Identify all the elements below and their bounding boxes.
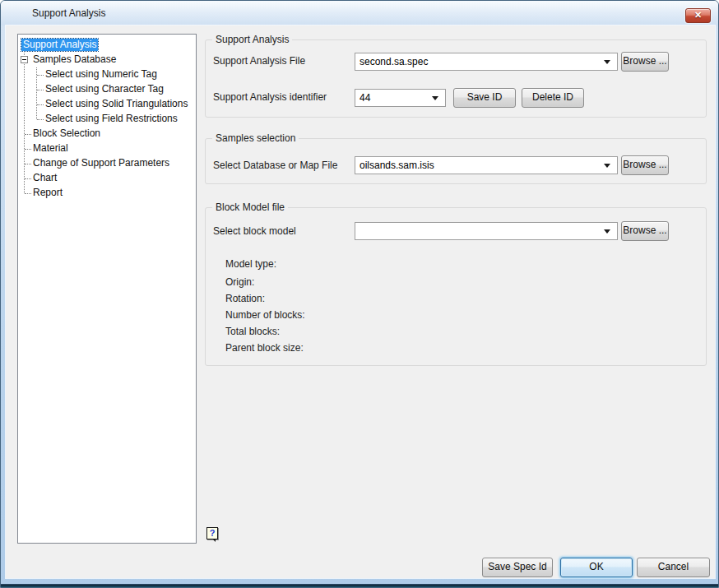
tree[interactable]: Support AnalysisSamples DatabaseSelect u… bbox=[17, 34, 197, 544]
database-value: oilsands.sam.isis bbox=[360, 160, 434, 171]
identifier-combobox[interactable]: 44 bbox=[355, 89, 446, 107]
tree-connector-stub bbox=[25, 178, 31, 179]
minus-expander-icon[interactable] bbox=[21, 56, 28, 63]
dropdown-arrow-icon[interactable] bbox=[604, 60, 610, 64]
identifier-value: 44 bbox=[360, 92, 370, 104]
support-analysis-file-label: Support Analysis File bbox=[213, 55, 305, 67]
tree-item[interactable]: Select using Numeric Tag bbox=[18, 67, 196, 82]
tree-item-label: Report bbox=[31, 187, 64, 199]
block-info-label: Origin: bbox=[225, 276, 254, 289]
tree-item[interactable]: Change of Support Parameters bbox=[18, 156, 196, 171]
tree-item-label: Samples Database bbox=[31, 53, 118, 66]
block-info-label: Parent block size: bbox=[225, 342, 304, 354]
support-analysis-file-combobox[interactable]: second.sa.spec bbox=[355, 53, 618, 71]
help-icon[interactable]: ? bbox=[206, 527, 218, 539]
block-model-combobox[interactable] bbox=[355, 222, 618, 240]
tree-connector-stub bbox=[25, 134, 31, 135]
tree-connector-stub bbox=[25, 193, 31, 194]
dropdown-arrow-icon[interactable] bbox=[432, 96, 438, 100]
tree-item-label: Chart bbox=[31, 172, 58, 184]
block-info-label: Rotation: bbox=[225, 293, 265, 305]
ok-button[interactable]: OK bbox=[560, 558, 633, 577]
select-block-model-label: Select block model bbox=[213, 225, 296, 238]
dropdown-arrow-icon[interactable] bbox=[604, 164, 610, 168]
tree-item[interactable]: Material bbox=[18, 141, 196, 156]
tree-connector-stub bbox=[37, 119, 44, 120]
window-bottom-edge bbox=[1, 584, 718, 587]
tree-connector-stub bbox=[25, 149, 31, 150]
tree-item[interactable]: Chart bbox=[18, 171, 196, 186]
dialog-window: Support Analysis ✕ Support AnalysisSampl… bbox=[0, 0, 719, 588]
window-title: Support Analysis bbox=[32, 7, 105, 19]
tree-item-label: Change of Support Parameters bbox=[31, 157, 171, 169]
browse-file-button[interactable]: Browse ... bbox=[621, 52, 669, 72]
cancel-button[interactable]: Cancel bbox=[637, 558, 710, 577]
tree-item[interactable]: Report bbox=[18, 186, 196, 201]
tree-item-label: Support Analysis bbox=[21, 39, 98, 51]
titlebar[interactable]: Support Analysis ✕ bbox=[1, 1, 718, 25]
delete-id-button[interactable]: Delete ID bbox=[522, 88, 584, 108]
support-analysis-file-value: second.sa.spec bbox=[360, 56, 428, 67]
tree-item[interactable]: Select using Field Restrictions bbox=[18, 112, 196, 127]
tree-connector-stub bbox=[25, 164, 31, 164]
group-title: Samples selection bbox=[212, 132, 299, 145]
tree-item-label: Select using Numeric Tag bbox=[44, 68, 159, 81]
group-title: Block Model file bbox=[212, 201, 288, 214]
block-info-label: Number of blocks: bbox=[225, 309, 305, 322]
tree-item[interactable]: Select using Character Tag bbox=[18, 82, 196, 97]
tree-item-label: Material bbox=[31, 142, 70, 155]
tree-connector-stub bbox=[37, 75, 44, 76]
tree-connector-stub bbox=[37, 104, 44, 105]
block-info-label: Model type: bbox=[225, 258, 276, 271]
tree-item-label: Select using Solid Triangulations bbox=[44, 98, 189, 110]
select-database-label: Select Database or Map File bbox=[213, 160, 337, 172]
tree-item[interactable]: Support Analysis bbox=[18, 38, 196, 53]
group-title: Support Analysis bbox=[212, 34, 292, 46]
block-info-label: Total blocks: bbox=[225, 326, 280, 338]
tree-item-label: Select using Field Restrictions bbox=[44, 113, 179, 125]
close-icon[interactable]: ✕ bbox=[685, 8, 711, 23]
database-combobox[interactable]: oilsands.sam.isis bbox=[355, 156, 618, 174]
dialog-content: Support AnalysisSamples DatabaseSelect u… bbox=[6, 25, 715, 578]
tree-item-label: Select using Character Tag bbox=[44, 83, 165, 95]
browse-database-button[interactable]: Browse ... bbox=[621, 155, 669, 175]
browse-block-model-button[interactable]: Browse ... bbox=[621, 221, 669, 241]
save-spec-id-button[interactable]: Save Spec Id bbox=[482, 558, 553, 577]
support-analysis-identifier-label: Support Analysis identifier bbox=[213, 91, 327, 104]
tree-connector-stub bbox=[37, 90, 44, 90]
save-id-button[interactable]: Save ID bbox=[453, 88, 516, 108]
tree-item[interactable]: Block Selection bbox=[18, 127, 196, 141]
tree-item-label: Block Selection bbox=[31, 127, 102, 140]
dropdown-arrow-icon[interactable] bbox=[604, 229, 610, 234]
tree-item[interactable]: Samples Database bbox=[18, 53, 196, 67]
tree-item[interactable]: Select using Solid Triangulations bbox=[18, 97, 196, 112]
